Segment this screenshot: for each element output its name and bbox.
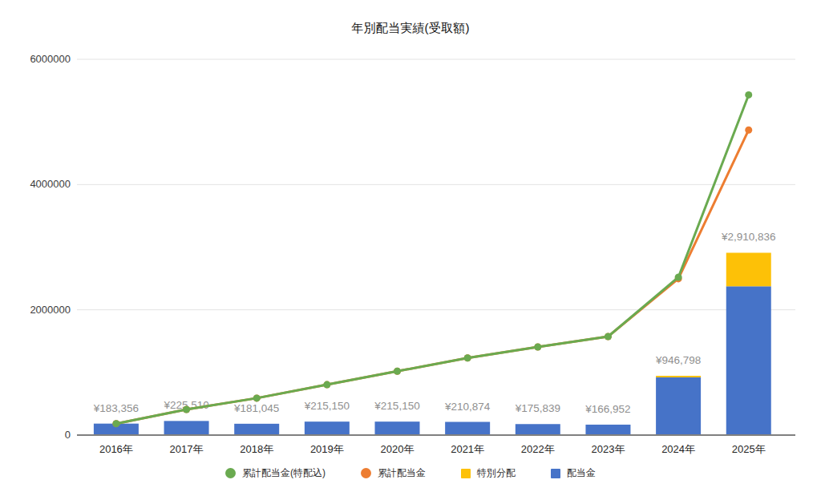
bar-dividend-2019年 <box>305 421 350 435</box>
line-point <box>112 420 119 427</box>
bar-dividend-2022年 <box>516 424 560 435</box>
legend-label: 配当金 <box>567 466 596 480</box>
legend-item-special-distribution: 特別分配 <box>461 466 516 480</box>
bar-dividend-2016年 <box>94 424 139 435</box>
legend-label: 累計配当金(特配込) <box>242 466 326 480</box>
legend-label: 特別分配 <box>477 466 516 480</box>
x-axis-label: 2020年 <box>364 442 431 457</box>
bar-dividend-2023年 <box>585 425 630 435</box>
x-axis-label: 2019年 <box>293 442 361 457</box>
x-axis-label: 2018年 <box>223 442 290 457</box>
line-point <box>675 275 682 282</box>
legend-item-cumulative: 累計配当金 <box>361 466 426 480</box>
legend-item-dividend: 配当金 <box>551 466 596 480</box>
line-point <box>534 344 541 351</box>
line-point <box>112 420 119 427</box>
x-axis-label: 2021年 <box>434 442 501 457</box>
line-point <box>745 91 752 99</box>
line-point <box>394 368 401 375</box>
legend-label: 累計配当金 <box>378 466 426 480</box>
bar-value-label: ¥2,910,836 <box>697 230 801 244</box>
bar-value-label: ¥946,798 <box>626 353 730 367</box>
x-axis-label: 2025年 <box>715 442 783 457</box>
bar-dividend-2025年 <box>726 286 771 435</box>
line-point <box>394 368 401 375</box>
bar-special-2024年 <box>656 376 701 377</box>
bar-dividend-2018年 <box>234 424 279 435</box>
plot-area <box>0 0 821 504</box>
yellow-square-icon <box>461 469 471 478</box>
line-point <box>534 344 541 351</box>
line-累計配当金(特配込) <box>116 95 749 423</box>
bar-dividend-2024年 <box>656 377 701 435</box>
green-circle-icon <box>225 468 236 478</box>
bar-special-2025年 <box>726 252 771 286</box>
line-point <box>323 381 330 389</box>
x-axis-label: 2022年 <box>504 442 572 457</box>
x-axis-label: 2023年 <box>574 442 641 457</box>
chart-legend: 累計配当金(特配込) 累計配当金 特別分配 配当金 <box>0 466 821 480</box>
x-axis-label: 2016年 <box>83 442 150 457</box>
bar-dividend-2020年 <box>375 421 420 435</box>
line-point <box>675 273 682 280</box>
line-累計配当金 <box>116 130 749 423</box>
x-axis-label: 2017年 <box>153 442 220 457</box>
bar-value-label: ¥166,952 <box>556 402 660 416</box>
line-point <box>464 354 471 361</box>
y-axis-tick: 0 <box>0 429 71 442</box>
bar-dividend-2017年 <box>164 421 209 435</box>
y-axis-tick: 2000000 <box>0 304 71 317</box>
line-point <box>745 127 752 134</box>
bar-dividend-2021年 <box>445 422 490 435</box>
y-axis-tick: 4000000 <box>0 178 71 191</box>
blue-square-icon <box>551 469 560 478</box>
dividend-results-chart: 年別配当実績(受取額) 0200000040000006000000 2016年… <box>0 0 821 504</box>
line-point <box>323 381 330 389</box>
line-point <box>605 333 612 340</box>
x-axis-label: 2024年 <box>645 442 712 457</box>
legend-item-cumulative-incl-special: 累計配当金(特配込) <box>225 466 326 480</box>
line-point <box>605 333 612 340</box>
line-point <box>464 354 471 361</box>
chart-title: 年別配当実績(受取額) <box>0 21 821 36</box>
orange-circle-icon <box>361 468 371 478</box>
y-axis-tick: 6000000 <box>0 53 71 66</box>
